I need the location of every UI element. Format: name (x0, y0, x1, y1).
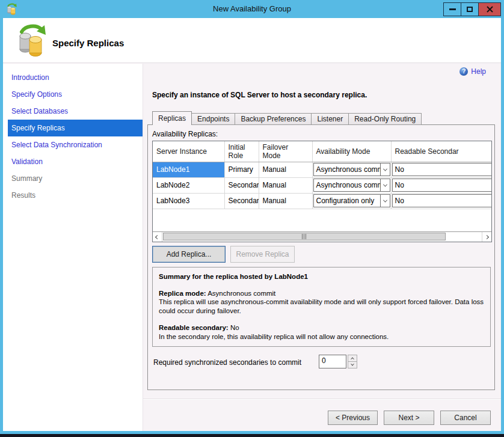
table-row[interactable]: LabNode2 Secondary Manual Asynchronous c… (153, 177, 491, 193)
help-icon: ? (459, 67, 468, 76)
cell-readable-secondary: No (391, 162, 491, 177)
required-secondaries-label: Required synchronized secondaries to com… (153, 358, 301, 367)
col-readable-secondary: Readable Secondar (391, 141, 491, 162)
cell-failover-mode: Manual (259, 162, 312, 177)
maximize-button[interactable] (461, 2, 479, 16)
tab-backup-preferences[interactable]: Backup Preferences (235, 113, 312, 125)
cell-availability-mode: Asynchronous commit (312, 162, 391, 177)
window-title: New Availability Group (0, 4, 504, 13)
grip-icon (302, 234, 307, 239)
spinner-down-button[interactable] (348, 361, 357, 368)
replica-mode-value: Asynchronous commit (207, 290, 275, 297)
remove-replica-button: Remove Replica (230, 246, 295, 263)
title-bar[interactable]: New Availability Group (0, 0, 504, 18)
cancel-button[interactable]: Cancel (440, 411, 491, 425)
desktop-edge (0, 434, 504, 437)
cell-readable-secondary: No (391, 177, 491, 193)
instruction-text: Specify an instance of SQL Server to hos… (152, 91, 367, 99)
cell-readable-secondary: No (391, 193, 491, 209)
add-replica-button[interactable]: Add Replica... (152, 246, 226, 263)
grid-caption: Availability Replicas: (152, 130, 218, 138)
col-failover-mode: Failover Mode (259, 141, 312, 162)
tab-read-only-routing[interactable]: Read-Only Routing (348, 113, 422, 125)
availability-mode-dropdown[interactable]: Configuration only (313, 194, 390, 207)
horizontal-scrollbar[interactable] (153, 231, 491, 242)
secondaries-spinner: 0 (319, 355, 357, 368)
sidebar-item-specify-replicas[interactable]: Specify Replicas (8, 120, 143, 136)
replica-summary-box: Summary for the replica hosted by LabNod… (152, 267, 491, 347)
availability-mode-dropdown[interactable]: Asynchronous commit (313, 179, 390, 192)
close-button[interactable] (478, 2, 501, 16)
sidebar-item-select-databases[interactable]: Select Databases (8, 103, 143, 120)
table-row[interactable]: LabNode3 Secondary Manual Configuration … (153, 193, 491, 209)
wizard-steps-sidebar: Introduction Specify Options Select Data… (3, 64, 143, 431)
availability-replicas-grid: Server Instance Initial Role Failover Mo… (152, 141, 492, 242)
scrollbar-thumb[interactable] (163, 233, 446, 240)
replica-mode-label: Replica mode: (159, 290, 206, 297)
dialog-client-area: Specify Replicas Introduction Specify Op… (3, 18, 501, 431)
sidebar-item-introduction[interactable]: Introduction (8, 69, 143, 86)
scroll-left-button[interactable] (153, 232, 162, 242)
secondaries-spinner-input[interactable]: 0 (319, 355, 346, 368)
minimize-button[interactable] (443, 2, 461, 16)
availability-mode-dropdown[interactable]: Asynchronous commit (313, 163, 390, 176)
cell-server-instance[interactable]: LabNode1 (153, 162, 224, 177)
chevron-left-icon (155, 234, 159, 239)
sidebar-item-results: Results (8, 187, 143, 204)
sidebar-item-summary: Summary (8, 170, 143, 187)
footer-divider (143, 399, 501, 400)
page-title: Specify Replicas (52, 38, 124, 48)
spinner-up-button[interactable] (348, 355, 357, 361)
replicas-tab-panel: Availability Replicas: Server Instance I… (147, 124, 495, 390)
cell-initial-role: Secondary (224, 193, 259, 209)
table-row[interactable]: LabNode1 Primary Manual Asynchronous com… (153, 162, 491, 177)
col-availability-mode: Availability Mode (312, 141, 391, 162)
grid-header-row: Server Instance Initial Role Failover Mo… (153, 141, 491, 162)
scroll-right-button[interactable] (482, 232, 491, 242)
chevron-down-icon[interactable] (380, 163, 390, 176)
cell-failover-mode: Manual (259, 177, 312, 193)
readable-secondary-value: No (230, 324, 239, 331)
wizard-header: Specify Replicas (3, 18, 501, 63)
tab-strip: Replicas Endpoints Backup Preferences Li… (152, 111, 422, 125)
cell-failover-mode: Manual (259, 193, 312, 209)
cell-server-instance[interactable]: LabNode2 (153, 177, 224, 193)
col-initial-role: Initial Role (224, 141, 259, 162)
chevron-up-icon (351, 358, 354, 361)
chevron-right-icon (485, 234, 489, 239)
cell-server-instance[interactable]: LabNode3 (153, 193, 224, 209)
main-pane: ? Help Specify an instance of SQL Server… (143, 64, 501, 431)
sidebar-item-select-data-synchronization[interactable]: Select Data Synchronization (8, 136, 143, 153)
cell-initial-role: Primary (224, 162, 259, 177)
readable-secondary-label: Readable secondary: (159, 324, 229, 331)
sidebar-item-validation[interactable]: Validation (8, 153, 143, 170)
readable-secondary-description: In the secondary role, this availability… (159, 332, 484, 341)
summary-title: Summary for the replica hosted by LabNod… (159, 273, 308, 280)
maximize-icon (467, 7, 473, 12)
minimize-icon (449, 8, 456, 10)
help-label: Help (471, 67, 486, 76)
cell-availability-mode: Asynchronous commit (312, 177, 391, 193)
replica-mode-description: This replica will use asynchronous-commi… (159, 298, 484, 315)
dialog-window: New Availability Group (0, 0, 504, 434)
help-link[interactable]: ? Help (459, 67, 486, 76)
tab-replicas[interactable]: Replicas (152, 111, 192, 125)
readable-secondary-dropdown[interactable]: No (392, 194, 492, 207)
cell-initial-role: Secondary (224, 177, 259, 193)
close-icon (487, 6, 493, 13)
sidebar-item-specify-options[interactable]: Specify Options (8, 86, 143, 103)
tab-endpoints[interactable]: Endpoints (191, 113, 235, 125)
chevron-down-icon[interactable] (380, 195, 390, 207)
readable-secondary-dropdown[interactable]: No (392, 163, 492, 176)
readable-secondary-dropdown[interactable]: No (392, 179, 492, 192)
cell-availability-mode: Configuration only (312, 193, 391, 209)
next-button[interactable]: Next > (384, 411, 434, 425)
col-server-instance: Server Instance (153, 141, 224, 162)
replica-databases-icon (16, 22, 48, 58)
chevron-down-icon (351, 362, 354, 366)
chevron-down-icon[interactable] (380, 179, 390, 191)
tab-listener[interactable]: Listener (311, 113, 349, 125)
previous-button[interactable]: < Previous (328, 411, 378, 425)
